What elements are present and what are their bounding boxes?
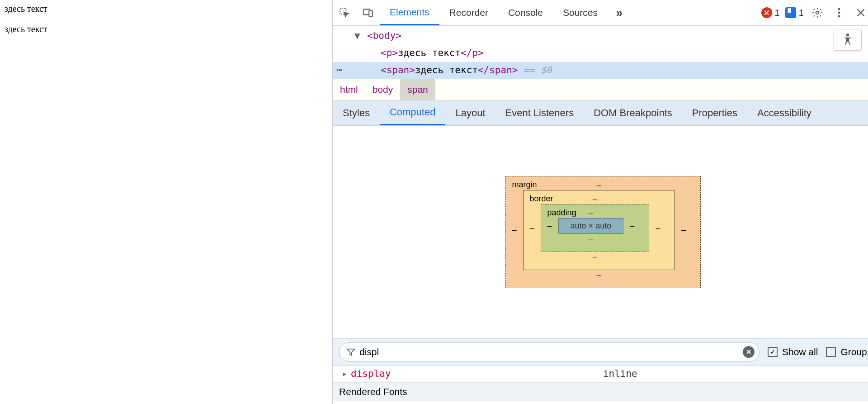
show-all-label: Show all <box>782 347 818 357</box>
group-checkbox[interactable]: Group <box>826 347 867 357</box>
subtab-computed[interactable]: Computed <box>380 100 446 125</box>
svg-rect-2 <box>369 11 373 17</box>
tag-p-open: <p> <box>381 48 398 58</box>
errors-count: 1 <box>775 8 780 18</box>
tag-body-open: <body> <box>367 30 401 41</box>
clear-filter-icon[interactable]: ✕ <box>743 346 755 358</box>
devtools-toolbar: Elements Recorder Console Sources » ✕ 1 … <box>333 0 868 26</box>
property-value: inline <box>603 368 864 379</box>
devtools-panel: Elements Recorder Console Sources » ✕ 1 … <box>332 0 868 404</box>
crumb-span[interactable]: span <box>400 79 435 100</box>
tag-p-close: </p> <box>461 48 484 58</box>
crumb-html[interactable]: html <box>333 79 365 100</box>
dom-tree[interactable]: ▼ <body> <p>здесь текст</p> <span>здесь … <box>333 26 868 79</box>
tab-sources[interactable]: Sources <box>553 0 608 25</box>
subtab-dom-breakpoints[interactable]: DOM Breakpoints <box>584 100 682 125</box>
more-tabs-icon[interactable]: » <box>608 0 631 25</box>
issues-count: 1 <box>799 8 804 18</box>
padding-bottom-value: – <box>547 234 636 243</box>
main-tabs: Elements Recorder Console Sources » <box>380 0 631 25</box>
subtab-accessibility[interactable]: Accessibility <box>747 100 821 125</box>
margin-bottom-value: – <box>511 270 687 280</box>
group-label: Group <box>840 347 867 357</box>
device-toggle-icon[interactable] <box>356 0 380 25</box>
padding-left-value: – <box>547 221 553 231</box>
page-paragraph: здесь текст <box>5 4 328 14</box>
dom-node-body[interactable]: <body> <box>346 28 868 45</box>
dom-p-text: здесь текст <box>398 48 461 58</box>
box-model: margin – – border – – padding – – auto <box>333 126 868 338</box>
margin-left-value: – <box>511 225 518 235</box>
padding-right-value: – <box>629 221 635 231</box>
rendered-page: здесь текст здесь текст <box>0 0 332 404</box>
subtab-properties[interactable]: Properties <box>682 100 747 125</box>
expand-caret-icon[interactable]: ▼ <box>354 28 360 45</box>
computed-property-row[interactable]: ▸ display inline <box>333 366 868 382</box>
filter-input[interactable] <box>356 347 743 357</box>
settings-icon[interactable] <box>809 7 826 19</box>
svg-point-7 <box>846 33 849 36</box>
tag-span-close: </span> <box>478 65 518 76</box>
svg-point-5 <box>838 12 840 14</box>
rendered-fonts-header[interactable]: Rendered Fonts <box>333 382 868 401</box>
subtab-layout[interactable]: Layout <box>445 100 495 125</box>
tag-span-open: <span> <box>381 65 415 76</box>
box-model-padding[interactable]: padding – – auto × auto – – <box>541 204 650 252</box>
breadcrumb: html body span <box>333 79 868 100</box>
svg-point-3 <box>816 11 819 14</box>
svg-point-4 <box>838 8 840 10</box>
inspect-element-icon[interactable] <box>333 0 356 25</box>
filter-icon <box>346 347 356 357</box>
checkbox-icon <box>826 347 836 357</box>
computed-filter-bar: ✕ ✓ Show all Group <box>333 338 868 366</box>
box-model-border[interactable]: border – – padding – – auto × auto – <box>523 190 675 270</box>
issue-icon: ▘ <box>785 7 796 18</box>
border-right-value: – <box>655 223 661 233</box>
svg-point-6 <box>838 15 840 18</box>
tab-recorder[interactable]: Recorder <box>439 0 498 25</box>
tab-elements[interactable]: Elements <box>380 0 439 25</box>
error-icon: ✕ <box>761 7 772 18</box>
show-all-checkbox[interactable]: ✓ Show all <box>768 347 818 357</box>
subtab-styles[interactable]: Styles <box>333 100 380 125</box>
errors-badge[interactable]: ✕ 1 <box>761 7 780 18</box>
border-left-value: – <box>529 223 535 233</box>
selected-ref: == $0 <box>518 65 552 76</box>
sidebar-tabs: Styles Computed Layout Event Listeners D… <box>333 100 868 126</box>
box-model-content[interactable]: auto × auto <box>558 218 624 234</box>
dom-node-span-selected[interactable]: <span>здесь текст</span>== $0 <box>333 62 868 79</box>
close-icon[interactable] <box>853 8 868 18</box>
kebab-menu-icon[interactable] <box>831 7 847 19</box>
dom-node-p[interactable]: <p>здесь текст</p> <box>346 45 868 62</box>
page-span: здесь текст <box>5 24 47 34</box>
property-name: display <box>351 368 391 379</box>
accessibility-float-icon[interactable] <box>834 29 862 51</box>
dom-span-text: здесь текст <box>415 65 478 76</box>
subtab-event-listeners[interactable]: Event Listeners <box>495 100 584 125</box>
border-bottom-value: – <box>529 252 661 261</box>
issues-badge[interactable]: ▘ 1 <box>785 7 804 18</box>
crumb-body[interactable]: body <box>365 79 401 100</box>
expand-triangle-icon[interactable]: ▸ <box>342 368 348 379</box>
checkbox-icon: ✓ <box>768 347 778 357</box>
filter-box: ✕ <box>339 342 760 361</box>
box-model-margin[interactable]: margin – – border – – padding – – auto <box>505 176 701 288</box>
margin-right-value: – <box>680 225 687 235</box>
margin-top-value: – <box>511 181 687 190</box>
tab-console[interactable]: Console <box>498 0 553 25</box>
